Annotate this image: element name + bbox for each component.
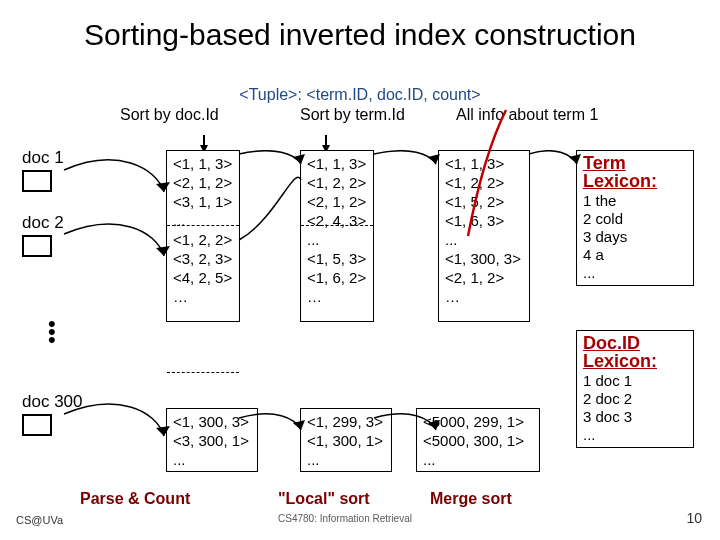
swoosh-arrow-icon [56,152,176,472]
dashed-sep [167,372,239,373]
page-number: 10 [686,510,702,526]
docid-lexicon-title: Doc.ID Lexicon: [583,334,687,370]
parse-count-label: Parse & Count [80,490,190,508]
sort-docid-label: Sort by doc.Id [120,106,219,124]
col1-top-box: <1, 1, 3><2, 1, 2><3, 1, 1>...<1, 2, 2><… [166,150,240,322]
merge-sort-label: Merge sort [430,490,512,508]
svg-marker-5 [428,154,440,164]
course-subtitle: CS4780: Information Retrieval [278,513,412,524]
dashed-sep [167,225,239,226]
local-sort-label: "Local" sort CS4780: Information Retriev… [278,490,412,526]
docid-lexicon-box: Doc.ID Lexicon: 1 doc 12 doc 23 doc 3... [576,330,694,448]
vertical-dots-icon: ••• [48,320,56,344]
docid-lexicon-rows: 1 doc 12 doc 23 doc 3... [583,372,687,444]
svg-marker-2 [156,426,170,436]
slide-title: Sorting-based inverted index constructio… [0,0,720,52]
term-lexicon-rows: 1 the2 cold3 days4 a... [583,192,687,282]
footer-left: CS@UVa [16,514,63,526]
term-lexicon-title: Term Lexicon: [583,154,687,190]
sort-termid-label: Sort by term.Id [300,106,405,124]
col23-arrow-icon [370,150,450,490]
svg-marker-3 [293,154,305,164]
term-lexicon-box: Term Lexicon: 1 the2 cold3 days4 a... [576,150,694,286]
svg-marker-0 [156,182,170,192]
col12-arrow-icon [235,150,315,490]
svg-marker-1 [156,246,170,256]
tuple-header: <Tuple>: <term.ID, doc.ID, count> [239,86,480,103]
